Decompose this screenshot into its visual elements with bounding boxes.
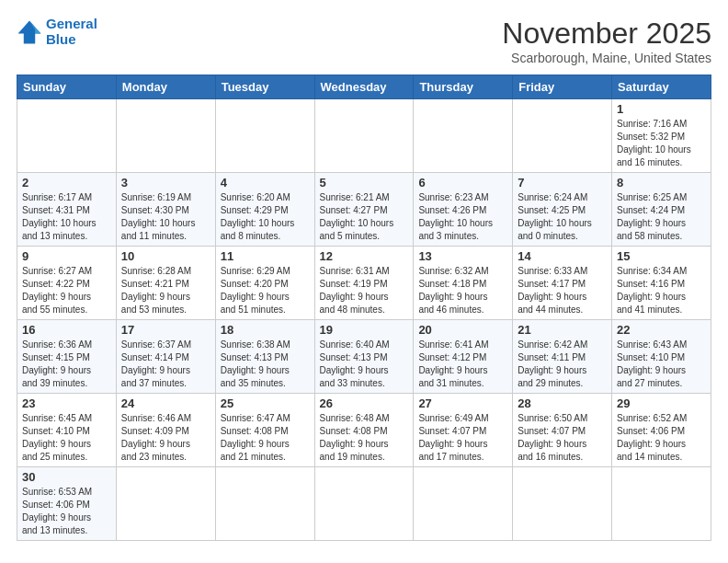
calendar-cell	[513, 467, 612, 541]
calendar-week-4: 16Sunrise: 6:36 AMSunset: 4:15 PMDayligh…	[17, 320, 711, 394]
calendar-cell: 25Sunrise: 6:47 AMSunset: 4:08 PMDayligh…	[215, 394, 314, 467]
day-number: 24	[121, 396, 210, 410]
calendar-header-row: SundayMondayTuesdayWednesdayThursdayFrid…	[17, 75, 711, 99]
weekday-header-saturday: Saturday	[612, 75, 711, 99]
day-number: 25	[221, 396, 310, 410]
title-block: November 2025 Scarborough, Maine, United…	[502, 17, 711, 65]
day-number: 7	[518, 176, 607, 190]
day-number: 18	[221, 323, 310, 337]
day-number: 6	[418, 176, 507, 190]
day-info: Sunrise: 6:41 AMSunset: 4:12 PMDaylight:…	[418, 339, 507, 390]
calendar-cell: 29Sunrise: 6:52 AMSunset: 4:06 PMDayligh…	[612, 394, 711, 467]
day-info: Sunrise: 6:19 AMSunset: 4:30 PMDaylight:…	[121, 191, 210, 243]
day-info: Sunrise: 6:50 AMSunset: 4:07 PMDaylight:…	[518, 412, 607, 464]
calendar-cell	[513, 99, 612, 173]
day-info: Sunrise: 6:27 AMSunset: 4:22 PMDaylight:…	[22, 265, 111, 316]
calendar-cell: 28Sunrise: 6:50 AMSunset: 4:07 PMDayligh…	[513, 394, 612, 467]
logo-general: General	[46, 16, 97, 31]
weekday-header-thursday: Thursday	[414, 75, 513, 99]
calendar-week-6: 30Sunrise: 6:53 AMSunset: 4:06 PMDayligh…	[17, 467, 711, 541]
day-number: 14	[518, 249, 607, 263]
day-info: Sunrise: 7:16 AMSunset: 5:32 PMDaylight:…	[617, 118, 706, 169]
day-info: Sunrise: 6:36 AMSunset: 4:15 PMDaylight:…	[22, 339, 111, 390]
calendar-title: November 2025	[502, 17, 711, 51]
calendar-cell: 30Sunrise: 6:53 AMSunset: 4:06 PMDayligh…	[17, 467, 117, 541]
calendar-cell: 4Sunrise: 6:20 AMSunset: 4:29 PMDaylight…	[215, 173, 314, 247]
calendar-cell	[215, 467, 314, 541]
day-number: 13	[418, 249, 507, 263]
day-info: Sunrise: 6:33 AMSunset: 4:17 PMDaylight:…	[518, 265, 607, 316]
day-info: Sunrise: 6:28 AMSunset: 4:21 PMDaylight:…	[121, 265, 210, 316]
calendar-cell: 17Sunrise: 6:37 AMSunset: 4:14 PMDayligh…	[116, 320, 215, 394]
day-number: 17	[121, 323, 210, 337]
day-info: Sunrise: 6:40 AMSunset: 4:13 PMDaylight:…	[320, 339, 409, 390]
day-info: Sunrise: 6:32 AMSunset: 4:18 PMDaylight:…	[418, 265, 507, 316]
day-number: 10	[121, 249, 210, 263]
calendar-cell: 7Sunrise: 6:24 AMSunset: 4:25 PMDaylight…	[513, 173, 612, 247]
calendar-cell: 9Sunrise: 6:27 AMSunset: 4:22 PMDaylight…	[17, 247, 117, 320]
day-number: 19	[320, 323, 409, 337]
day-number: 8	[617, 176, 706, 190]
calendar-week-5: 23Sunrise: 6:45 AMSunset: 4:10 PMDayligh…	[17, 394, 711, 467]
day-number: 22	[617, 323, 706, 337]
day-info: Sunrise: 6:46 AMSunset: 4:09 PMDaylight:…	[121, 412, 210, 464]
day-number: 27	[418, 396, 507, 410]
calendar-cell	[116, 99, 215, 173]
weekday-header-monday: Monday	[116, 75, 215, 99]
calendar-cell: 27Sunrise: 6:49 AMSunset: 4:07 PMDayligh…	[414, 394, 513, 467]
calendar-cell: 2Sunrise: 6:17 AMSunset: 4:31 PMDaylight…	[17, 173, 117, 247]
calendar-cell: 8Sunrise: 6:25 AMSunset: 4:24 PMDaylight…	[612, 173, 711, 247]
calendar-cell: 19Sunrise: 6:40 AMSunset: 4:13 PMDayligh…	[314, 320, 414, 394]
day-number: 26	[320, 396, 409, 410]
calendar-cell: 6Sunrise: 6:23 AMSunset: 4:26 PMDaylight…	[414, 173, 513, 247]
calendar-cell: 14Sunrise: 6:33 AMSunset: 4:17 PMDayligh…	[513, 247, 612, 320]
calendar-cell	[215, 99, 314, 173]
day-number: 16	[22, 323, 111, 337]
calendar-cell	[414, 467, 513, 541]
weekday-header-tuesday: Tuesday	[215, 75, 314, 99]
day-number: 30	[22, 470, 111, 484]
day-number: 20	[418, 323, 507, 337]
calendar-cell: 5Sunrise: 6:21 AMSunset: 4:27 PMDaylight…	[314, 173, 414, 247]
calendar-table: SundayMondayTuesdayWednesdayThursdayFrid…	[17, 75, 711, 541]
calendar-cell: 15Sunrise: 6:34 AMSunset: 4:16 PMDayligh…	[612, 247, 711, 320]
calendar-cell: 18Sunrise: 6:38 AMSunset: 4:13 PMDayligh…	[215, 320, 314, 394]
day-number: 5	[320, 176, 409, 190]
calendar-cell: 10Sunrise: 6:28 AMSunset: 4:21 PMDayligh…	[116, 247, 215, 320]
calendar-cell: 21Sunrise: 6:42 AMSunset: 4:11 PMDayligh…	[513, 320, 612, 394]
logo-icon	[17, 19, 42, 45]
day-info: Sunrise: 6:17 AMSunset: 4:31 PMDaylight:…	[22, 191, 111, 243]
calendar-cell: 12Sunrise: 6:31 AMSunset: 4:19 PMDayligh…	[314, 247, 414, 320]
day-info: Sunrise: 6:23 AMSunset: 4:26 PMDaylight:…	[418, 191, 507, 243]
calendar-cell	[612, 467, 711, 541]
calendar-cell	[116, 467, 215, 541]
day-number: 29	[617, 396, 706, 410]
day-number: 11	[221, 249, 310, 263]
calendar-cell: 13Sunrise: 6:32 AMSunset: 4:18 PMDayligh…	[414, 247, 513, 320]
day-info: Sunrise: 6:31 AMSunset: 4:19 PMDaylight:…	[320, 265, 409, 316]
weekday-header-sunday: Sunday	[17, 75, 117, 99]
day-info: Sunrise: 6:45 AMSunset: 4:10 PMDaylight:…	[22, 412, 111, 464]
calendar-cell: 26Sunrise: 6:48 AMSunset: 4:08 PMDayligh…	[314, 394, 414, 467]
calendar-week-2: 2Sunrise: 6:17 AMSunset: 4:31 PMDaylight…	[17, 173, 711, 247]
calendar-cell	[314, 99, 414, 173]
day-info: Sunrise: 6:47 AMSunset: 4:08 PMDaylight:…	[221, 412, 310, 464]
day-number: 9	[22, 249, 111, 263]
day-number: 1	[617, 102, 706, 116]
calendar-cell	[17, 99, 117, 173]
calendar-cell	[314, 467, 414, 541]
weekday-header-wednesday: Wednesday	[314, 75, 414, 99]
day-number: 3	[121, 176, 210, 190]
calendar-cell: 1Sunrise: 7:16 AMSunset: 5:32 PMDaylight…	[612, 99, 711, 173]
day-number: 15	[617, 249, 706, 263]
calendar-cell: 16Sunrise: 6:36 AMSunset: 4:15 PMDayligh…	[17, 320, 117, 394]
day-info: Sunrise: 6:38 AMSunset: 4:13 PMDaylight:…	[221, 339, 310, 390]
calendar-cell: 24Sunrise: 6:46 AMSunset: 4:09 PMDayligh…	[116, 394, 215, 467]
logo-blue: Blue	[46, 31, 76, 47]
day-info: Sunrise: 6:42 AMSunset: 4:11 PMDaylight:…	[518, 339, 607, 390]
calendar-subtitle: Scarborough, Maine, United States	[502, 51, 711, 65]
day-info: Sunrise: 6:34 AMSunset: 4:16 PMDaylight:…	[617, 265, 706, 316]
day-info: Sunrise: 6:29 AMSunset: 4:20 PMDaylight:…	[221, 265, 310, 316]
day-number: 12	[320, 249, 409, 263]
weekday-header-friday: Friday	[513, 75, 612, 99]
